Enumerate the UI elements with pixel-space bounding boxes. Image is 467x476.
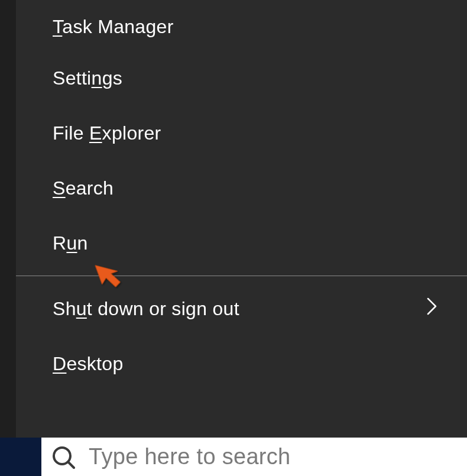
chevron-right-icon	[427, 297, 455, 320]
taskbar: Type here to search	[0, 438, 467, 476]
menu-item-run[interactable]: Run	[16, 216, 467, 271]
search-icon	[48, 442, 78, 472]
search-placeholder-text: Type here to search	[78, 444, 291, 469]
menu-item-label: File Explorer	[53, 122, 161, 144]
menu-item-settings[interactable]: Settings	[16, 51, 467, 106]
menu-item-label: Shut down or sign out	[53, 298, 239, 320]
taskbar-search-box[interactable]: Type here to search	[41, 438, 467, 476]
menu-item-label: Desktop	[53, 353, 124, 375]
menu-item-file-explorer[interactable]: File Explorer	[16, 106, 467, 161]
start-button[interactable]	[0, 438, 41, 476]
menu-divider	[16, 276, 467, 276]
menu-item-shutdown-signout[interactable]: Shut down or sign out	[16, 281, 467, 336]
menu-item-label: Settings	[53, 67, 122, 89]
menu-item-label: Run	[53, 232, 88, 254]
menu-item-task-manager[interactable]: Task Manager	[16, 3, 467, 51]
menu-item-label: Search	[53, 177, 113, 199]
menu-item-label: Task Manager	[53, 16, 174, 38]
winx-context-menu: Task Manager Settings File Explorer Sear…	[16, 0, 467, 438]
menu-item-desktop[interactable]: Desktop	[16, 336, 467, 391]
menu-item-search[interactable]: Search	[16, 161, 467, 216]
svg-line-1	[69, 462, 74, 468]
